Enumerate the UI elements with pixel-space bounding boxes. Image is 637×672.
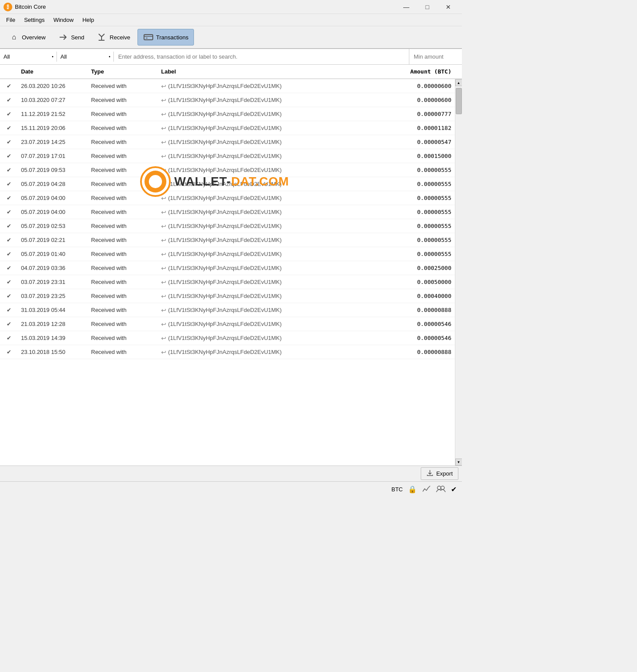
label-arrow-icon: ↩: [161, 321, 166, 328]
row-type: Received with: [88, 151, 158, 161]
row-amount: 0.00000600: [398, 95, 455, 105]
row-label: ↩ (1LfV1tSt3KNyHpFJnAzrqsLFdeD2EvU1MK): [158, 151, 398, 161]
search-input[interactable]: [114, 49, 409, 64]
table-row[interactable]: ✔ 11.12.2019 21:52 Received with ↩ (1LfV…: [0, 107, 455, 121]
table-row[interactable]: ✔ 10.03.2020 07:27 Received with ↩ (1LfV…: [0, 93, 455, 107]
row-label: ↩ (1LfV1tSt3KNyHpFJnAzrqsLFdeD2EvU1MK): [158, 123, 398, 133]
table-row[interactable]: ✔ 05.07.2019 02:21 Received with ↩ (1LfV…: [0, 233, 455, 247]
table-row[interactable]: ✔ 05.07.2019 01:40 Received with ↩ (1LfV…: [0, 247, 455, 261]
peers-icon[interactable]: [436, 485, 446, 494]
row-check: ✔: [0, 109, 18, 119]
transactions-button[interactable]: Transactions: [137, 29, 194, 46]
maximize-button[interactable]: □: [417, 0, 437, 14]
table-row[interactable]: ✔ 21.03.2019 12:28 Received with ↩ (1LfV…: [0, 317, 455, 331]
menubar: File Settings Window Help: [0, 14, 462, 26]
table-scroll-container: ✔ 26.03.2020 10:26 Received with ↩ (1LfV…: [0, 79, 462, 466]
table-row[interactable]: ✔ 05.07.2019 04:00 Received with ↩ (1LfV…: [0, 205, 455, 219]
overview-label: Overview: [22, 34, 46, 41]
row-type: Received with: [88, 277, 158, 287]
label-arrow-icon: ↩: [161, 265, 166, 272]
row-label: ↩ (1LfV1tSt3KNyHpFJnAzrqsLFdeD2EvU1MK): [158, 305, 398, 315]
row-type: Received with: [88, 137, 158, 147]
row-check: ✔: [0, 137, 18, 147]
network-icon[interactable]: [422, 485, 431, 494]
table-row[interactable]: ✔ 03.07.2019 23:31 Received with ↩ (1LfV…: [0, 275, 455, 289]
label-arrow-icon: ↩: [161, 223, 166, 230]
export-button[interactable]: Export: [421, 467, 458, 480]
menu-window[interactable]: Window: [49, 15, 78, 25]
row-type: Received with: [88, 179, 158, 189]
row-label: ↩ (1LfV1tSt3KNyHpFJnAzrqsLFdeD2EvU1MK): [158, 291, 398, 301]
scrollbar-thumb[interactable]: [456, 88, 462, 114]
label-address: (1LfV1tSt3KNyHpFJnAzrqsLFdeD2EvU1MK): [168, 349, 282, 355]
filterbar: All All: [0, 49, 462, 65]
label-arrow-icon: ↩: [161, 307, 166, 314]
label-arrow-icon: ↩: [161, 209, 166, 216]
type-filter[interactable]: All: [0, 52, 57, 62]
table-row[interactable]: ✔ 04.07.2019 03:36 Received with ↩ (1LfV…: [0, 261, 455, 275]
col-header-scroll: [455, 67, 462, 76]
row-amount: 0.00000555: [398, 221, 455, 231]
row-label: ↩ (1LfV1tSt3KNyHpFJnAzrqsLFdeD2EvU1MK): [158, 193, 398, 203]
table-row[interactable]: ✔ 05.07.2019 04:28 Received with ↩ (1LfV…: [0, 177, 455, 191]
row-date: 05.07.2019 02:21: [18, 235, 88, 245]
svg-point-3: [437, 486, 441, 490]
row-label: ↩ (1LfV1tSt3KNyHpFJnAzrqsLFdeD2EvU1MK): [158, 263, 398, 273]
table-row[interactable]: ✔ 03.07.2019 23:25 Received with ↩ (1LfV…: [0, 289, 455, 303]
menu-file[interactable]: File: [2, 15, 20, 25]
table-row[interactable]: ✔ 05.07.2019 04:00 Received with ↩ (1LfV…: [0, 191, 455, 205]
row-date: 23.10.2018 15:50: [18, 347, 88, 357]
export-icon: [426, 469, 433, 478]
label-arrow-icon: ↩: [161, 251, 166, 258]
row-amount: 0.00000555: [398, 165, 455, 175]
row-date: 03.07.2019 23:31: [18, 277, 88, 287]
overview-button[interactable]: ⌂ Overview: [4, 29, 51, 46]
svg-point-4: [441, 486, 444, 490]
row-date: 05.07.2019 04:00: [18, 193, 88, 203]
table-row[interactable]: ✔ 15.03.2019 14:39 Received with ↩ (1LfV…: [0, 331, 455, 345]
row-label: ↩ (1LfV1tSt3KNyHpFJnAzrqsLFdeD2EvU1MK): [158, 137, 398, 147]
scrollbar[interactable]: ▲ ▼: [455, 79, 462, 466]
status-filter[interactable]: All: [57, 52, 114, 62]
row-type: Received with: [88, 263, 158, 273]
minimize-button[interactable]: —: [396, 0, 416, 14]
table-row[interactable]: ✔ 15.11.2019 20:06 Received with ↩ (1LfV…: [0, 121, 455, 135]
table-row[interactable]: ✔ 05.07.2019 02:53 Received with ↩ (1LfV…: [0, 219, 455, 233]
label-address: (1LfV1tSt3KNyHpFJnAzrqsLFdeD2EvU1MK): [168, 167, 282, 173]
row-date: 05.07.2019 04:00: [18, 207, 88, 217]
checkmark-icon[interactable]: ✔: [451, 485, 457, 494]
label-address: (1LfV1tSt3KNyHpFJnAzrqsLFdeD2EvU1MK): [168, 181, 282, 187]
transactions-label: Transactions: [156, 34, 189, 41]
table-row[interactable]: ✔ 05.07.2019 09:53 Received with ↩ (1LfV…: [0, 163, 455, 177]
table-row[interactable]: ✔ 23.07.2019 14:25 Received with ↩ (1LfV…: [0, 135, 455, 149]
row-check: ✔: [0, 277, 18, 287]
table-body: ✔ 26.03.2020 10:26 Received with ↩ (1LfV…: [0, 79, 455, 466]
label-arrow-icon: ↩: [161, 125, 166, 132]
amount-input[interactable]: [409, 49, 462, 64]
row-check: ✔: [0, 347, 18, 357]
row-date: 05.07.2019 01:40: [18, 249, 88, 259]
row-amount: 0.00025000: [398, 263, 455, 273]
row-amount: 0.00050000: [398, 277, 455, 287]
row-amount: 0.00000600: [398, 81, 455, 91]
row-date: 23.07.2019 14:25: [18, 137, 88, 147]
label-arrow-icon: ↩: [161, 195, 166, 202]
scroll-down-button[interactable]: ▼: [455, 458, 462, 466]
row-date: 21.03.2019 12:28: [18, 319, 88, 329]
row-label: ↩ (1LfV1tSt3KNyHpFJnAzrqsLFdeD2EvU1MK): [158, 221, 398, 231]
label-address: (1LfV1tSt3KNyHpFJnAzrqsLFdeD2EvU1MK): [168, 153, 282, 159]
table-row[interactable]: ✔ 23.10.2018 15:50 Received with ↩ (1LfV…: [0, 345, 455, 359]
close-button[interactable]: ✕: [438, 0, 458, 14]
send-button[interactable]: Send: [53, 29, 89, 46]
lock-icon[interactable]: 🔒: [408, 485, 417, 494]
table-row[interactable]: ✔ 26.03.2020 10:26 Received with ↩ (1LfV…: [0, 79, 455, 93]
table-row[interactable]: ✔ 07.07.2019 17:01 Received with ↩ (1LfV…: [0, 149, 455, 163]
menu-settings[interactable]: Settings: [20, 15, 49, 25]
status-filter-wrap: All: [57, 52, 114, 62]
table-row[interactable]: ✔ 31.03.2019 05:44 Received with ↩ (1LfV…: [0, 303, 455, 317]
label-arrow-icon: ↩: [161, 153, 166, 160]
row-check: ✔: [0, 193, 18, 203]
receive-button[interactable]: Receive: [92, 29, 136, 46]
scroll-up-button[interactable]: ▲: [455, 79, 462, 86]
menu-help[interactable]: Help: [78, 15, 99, 25]
